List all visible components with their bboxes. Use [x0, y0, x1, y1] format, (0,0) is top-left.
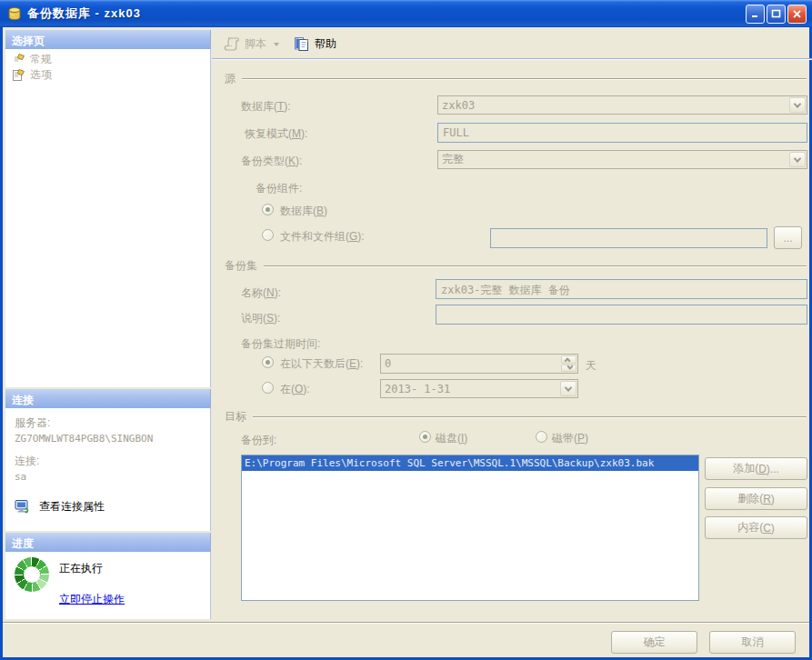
- recovery-model-field[interactable]: FULL: [437, 123, 807, 143]
- cancel-button[interactable]: 取消: [709, 631, 796, 654]
- main-panel: 脚本 帮助 源 数据库(T): zxk03 恢复模式(M): FULL 备份类型…: [212, 27, 812, 622]
- backup-set-group-label: 备份集: [225, 258, 257, 274]
- title-bar[interactable]: 备份数据库 - zxk03: [0, 0, 812, 27]
- page-pencil-icon: [12, 53, 25, 66]
- recovery-model-label: 恢复模式(M):: [245, 126, 307, 142]
- radio-expire-after-days[interactable]: [262, 356, 274, 368]
- expire-label: 备份集过期时间:: [241, 336, 320, 352]
- script-button[interactable]: 脚本: [245, 36, 266, 52]
- minimize-icon: [750, 9, 760, 19]
- chevron-down-icon[interactable]: [789, 97, 806, 113]
- radio-tape-label: 磁带(P): [552, 431, 588, 446]
- backup-path-row[interactable]: E:\Program Files\Microsoft SQL Server\MS…: [242, 455, 698, 471]
- radio-expire-after-days-label: 在以下天数后(E):: [280, 356, 363, 372]
- server-label: 服务器:: [15, 415, 210, 431]
- footer-separator: [3, 622, 809, 624]
- files-filegroups-field[interactable]: [490, 228, 767, 248]
- page-pencil-icon: [12, 68, 25, 82]
- source-group: 源: [225, 71, 807, 86]
- source-group-label: 源: [225, 71, 236, 86]
- backup-type-combo[interactable]: 完整: [437, 150, 807, 169]
- computer-monitor-icon: [15, 499, 31, 515]
- ok-button[interactable]: 确定: [611, 631, 697, 654]
- backup-type-combo-value: 完整: [442, 152, 464, 167]
- view-connection-properties[interactable]: 查看连接属性: [15, 499, 210, 515]
- help-icon[interactable]: [294, 36, 309, 52]
- spin-up-icon[interactable]: [561, 355, 576, 364]
- expire-date-value: 2013- 1-31: [385, 383, 450, 395]
- chevron-down-icon[interactable]: [560, 381, 576, 396]
- radio-database[interactable]: [262, 204, 274, 215]
- server-value: ZG7OMWLWT84PGB8\SINGBON: [15, 433, 210, 445]
- window-title: 备份数据库 - zxk03: [27, 5, 141, 22]
- chevron-down-icon[interactable]: [789, 152, 806, 167]
- database-combo[interactable]: zxk03: [437, 95, 807, 115]
- minimize-button[interactable]: [746, 5, 765, 24]
- database-icon: [7, 6, 22, 21]
- divider: [253, 416, 807, 418]
- radio-expire-on-date-label: 在(O):: [280, 382, 310, 397]
- progress-header: 进度: [5, 533, 211, 552]
- browse-button[interactable]: ...: [774, 226, 802, 249]
- connection-label: 连接:: [15, 454, 210, 469]
- backup-type-label: 备份类型(K):: [241, 154, 302, 169]
- progress-spinner-icon: [15, 557, 49, 592]
- view-connection-properties-label: 查看连接属性: [39, 499, 105, 515]
- radio-database-label: 数据库(B): [280, 204, 327, 219]
- name-field[interactable]: zxk03-完整 数据库 备份: [436, 279, 807, 299]
- sidebar-item-label: 常规: [30, 52, 52, 67]
- maximize-icon: [771, 9, 781, 19]
- divider: [242, 78, 807, 80]
- days-spinner[interactable]: 0: [380, 354, 578, 374]
- radio-tape[interactable]: [536, 431, 547, 443]
- maximize-button[interactable]: [767, 5, 786, 24]
- spin-down-icon[interactable]: [561, 365, 576, 373]
- progress-status: 正在执行: [59, 561, 103, 576]
- script-icon[interactable]: [223, 35, 241, 52]
- sidebar-item-options[interactable]: 选项: [9, 67, 206, 83]
- radio-disk[interactable]: [419, 431, 431, 443]
- close-icon: [792, 9, 802, 19]
- sidebar-item-general[interactable]: 常规: [9, 52, 206, 67]
- connection-value: sa: [15, 471, 210, 483]
- expire-date-combo[interactable]: 2013- 1-31: [380, 379, 578, 398]
- help-button[interactable]: 帮助: [315, 36, 336, 52]
- add-button[interactable]: 添加(D)...: [705, 457, 807, 480]
- name-label: 名称(N):: [241, 285, 281, 301]
- radio-disk-label: 磁盘(I): [436, 431, 467, 446]
- database-combo-value: zxk03: [442, 99, 475, 112]
- connection-header: 连接: [5, 389, 211, 408]
- sidebar-item-label: 选项: [30, 67, 52, 83]
- radio-files-filegroups-label: 文件和文件组(G):: [280, 229, 365, 245]
- select-page-panel: 常规 选项: [5, 49, 211, 387]
- radio-expire-on-date[interactable]: [262, 382, 274, 394]
- backup-set-group: 备份集: [225, 258, 807, 274]
- destination-group: 目标: [225, 409, 807, 425]
- divider: [264, 265, 807, 267]
- description-label: 说明(S):: [241, 311, 280, 326]
- days-spinner-value: 0: [385, 357, 391, 370]
- backup-component-label: 备份组件:: [256, 181, 302, 196]
- toolbar: 脚本 帮助: [212, 30, 812, 57]
- close-button[interactable]: [787, 5, 807, 24]
- radio-files-filegroups[interactable]: [262, 229, 274, 241]
- stop-action-link[interactable]: 立即停止操作: [59, 592, 125, 607]
- database-label: 数据库(T):: [241, 99, 291, 115]
- backup-database-dialog: 备份数据库 - zxk03 选择页 常规: [0, 0, 812, 660]
- remove-button[interactable]: 删除(R): [705, 487, 807, 510]
- progress-panel: 正在执行 立即停止操作: [5, 552, 211, 619]
- description-field[interactable]: [436, 305, 807, 325]
- backup-destination-list[interactable]: E:\Program Files\Microsoft SQL Server\MS…: [241, 455, 699, 601]
- select-page-header: 选择页: [5, 30, 211, 49]
- destination-group-label: 目标: [225, 409, 246, 425]
- days-unit-label: 天: [586, 358, 596, 374]
- contents-button[interactable]: 内容(C): [705, 516, 807, 539]
- backup-to-label: 备份到:: [241, 433, 276, 448]
- toolbar-separator: [212, 58, 812, 60]
- script-dropdown-icon[interactable]: [274, 43, 279, 46]
- connection-panel: 服务器: ZG7OMWLWT84PGB8\SINGBON 连接: sa 查看连接…: [5, 408, 211, 531]
